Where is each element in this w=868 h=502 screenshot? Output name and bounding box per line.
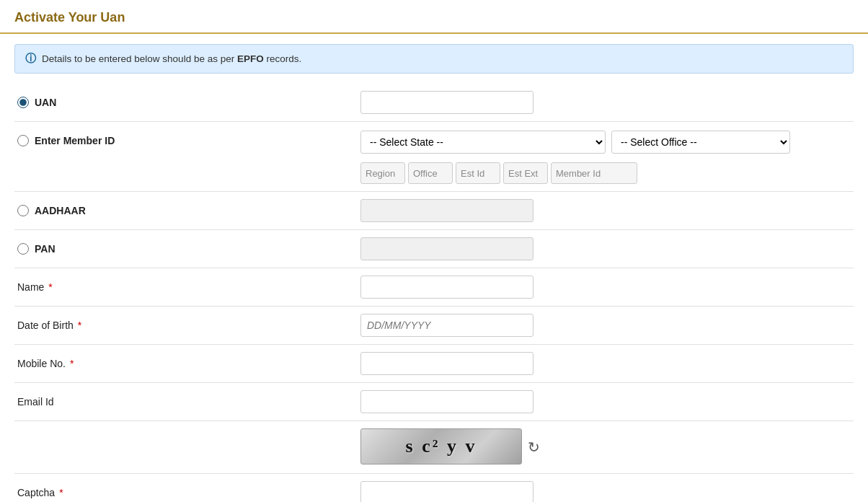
select-state-dropdown[interactable]: -- Select State -- bbox=[360, 131, 606, 154]
pan-radio-label[interactable]: PAN bbox=[17, 243, 56, 255]
captcha-required: * bbox=[59, 487, 63, 498]
captcha-container: s c² y v ↻ bbox=[360, 428, 540, 466]
pan-radio[interactable] bbox=[17, 243, 29, 255]
aadhaar-input[interactable] bbox=[360, 199, 533, 222]
uan-input[interactable] bbox=[360, 91, 533, 114]
office-field: Office bbox=[408, 162, 453, 184]
dob-input[interactable] bbox=[360, 314, 533, 337]
activate-form: UAN Enter Member ID -- Select State -- bbox=[14, 84, 854, 502]
dob-label: Date of Birth bbox=[17, 320, 74, 331]
email-label: Email Id bbox=[17, 396, 54, 408]
info-text: Details to be entered below should be as… bbox=[42, 53, 301, 64]
aadhaar-radio[interactable] bbox=[17, 205, 29, 216]
pan-row: PAN bbox=[14, 230, 854, 268]
dob-row: Date of Birth * bbox=[14, 307, 854, 345]
info-banner: ⓘ Details to be entered below should be … bbox=[14, 44, 854, 74]
captcha-image: s c² y v bbox=[360, 428, 522, 464]
aadhaar-row: AADHAAR bbox=[14, 192, 854, 230]
member-id-radio[interactable] bbox=[17, 135, 29, 146]
page-title: Activate Your Uan bbox=[14, 10, 125, 25]
select-office-dropdown[interactable]: -- Select Office -- bbox=[611, 131, 790, 154]
info-icon: ⓘ bbox=[25, 52, 36, 66]
captcha-refresh-icon[interactable]: ↻ bbox=[528, 439, 540, 456]
mobile-row: Mobile No. * bbox=[14, 345, 854, 383]
name-required: * bbox=[48, 281, 52, 293]
captcha-input-row: Captcha * bbox=[14, 474, 854, 502]
member-id-radio-label[interactable]: Enter Member ID bbox=[17, 135, 115, 146]
memberid-field: Member Id bbox=[551, 162, 637, 184]
estext-field: Est Ext bbox=[503, 162, 548, 184]
name-label: Name bbox=[17, 281, 44, 293]
captcha-display-text: s c² y v bbox=[406, 436, 477, 457]
uan-label: UAN bbox=[35, 97, 56, 108]
pan-input[interactable] bbox=[360, 237, 533, 260]
region-field: Region bbox=[360, 162, 405, 184]
member-id-row: Enter Member ID -- Select State -- -- Se… bbox=[14, 122, 854, 192]
email-input[interactable] bbox=[360, 390, 533, 413]
aadhaar-label: AADHAAR bbox=[35, 205, 86, 216]
member-id-parts: Region Office Est Id Est Ext Member Id bbox=[360, 162, 637, 184]
mobile-input[interactable] bbox=[360, 352, 533, 375]
email-row: Email Id bbox=[14, 383, 854, 421]
uan-radio[interactable] bbox=[17, 97, 29, 108]
name-row: Name * bbox=[14, 268, 854, 307]
estid-field: Est Id bbox=[456, 162, 500, 184]
captcha-image-row: s c² y v ↻ bbox=[14, 421, 854, 474]
pan-label: PAN bbox=[35, 243, 56, 255]
captcha-input[interactable] bbox=[360, 481, 533, 502]
uan-row: UAN bbox=[14, 84, 854, 122]
name-input[interactable] bbox=[360, 276, 533, 299]
aadhaar-radio-label[interactable]: AADHAAR bbox=[17, 205, 86, 216]
mobile-required: * bbox=[70, 358, 74, 369]
member-id-label: Enter Member ID bbox=[35, 135, 115, 146]
uan-radio-label[interactable]: UAN bbox=[17, 97, 56, 108]
dob-required: * bbox=[78, 320, 81, 331]
mobile-label: Mobile No. bbox=[17, 358, 66, 369]
captcha-label: Captcha bbox=[17, 487, 55, 498]
